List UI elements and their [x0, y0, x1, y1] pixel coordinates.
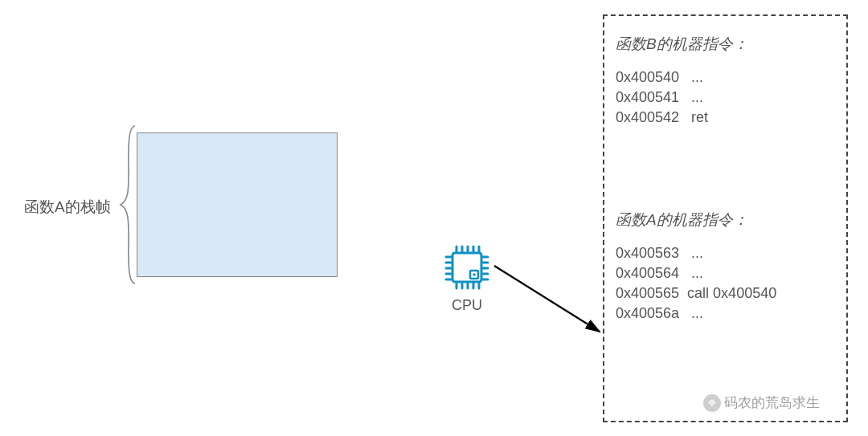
stack-frame-box: [137, 132, 338, 277]
diagram-stage: 函数A的栈帧 CPU 函数B的: [0, 0, 868, 436]
code-line: 0x400564 ...: [616, 265, 835, 282]
svg-rect-20: [452, 253, 481, 282]
code-line: 0x400540 ...: [616, 69, 835, 86]
watermark-text: 码农的荒岛求生: [724, 393, 820, 412]
cpu-label: CPU: [444, 297, 489, 314]
code-panel: 函数B的机器指令： 0x400540 ... 0x400541 ... 0x40…: [603, 14, 848, 422]
code-line: 0x400563 ...: [616, 245, 835, 262]
funcA-title: 函数A的机器指令：: [616, 210, 835, 230]
code-line: 0x40056a ...: [616, 305, 835, 322]
stack-frame-label: 函数A的栈帧: [24, 197, 111, 218]
cpu-icon: [444, 245, 489, 290]
watermark: ❖ 码农的荒岛求生: [703, 393, 820, 412]
cpu: CPU: [444, 245, 489, 314]
wechat-icon: ❖: [703, 394, 721, 412]
svg-line-23: [494, 266, 600, 332]
code-line: 0x400542 ret: [616, 109, 835, 126]
brace-icon: [119, 124, 138, 285]
funcB-title: 函数B的机器指令：: [616, 34, 835, 55]
code-line: 0x400565 call 0x400540: [616, 285, 835, 302]
svg-point-22: [473, 273, 476, 276]
code-line: 0x400541 ...: [616, 89, 835, 106]
arrow-icon: [492, 261, 612, 341]
